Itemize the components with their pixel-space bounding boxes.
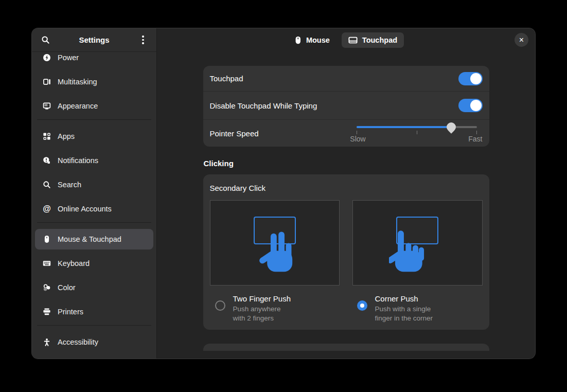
sidebar-item-multitasking[interactable]: Multitasking [35,72,153,92]
two-finger-push-illustration [210,200,340,286]
notifications-icon [42,156,51,165]
one-finger-hand-icon [389,230,430,274]
two-finger-hand-icon [259,231,298,274]
corner-push-illustration [352,200,483,286]
touchpad-page: Touchpad Disable Touchpad While Typing P… [157,51,535,359]
option-corner-push[interactable]: Corner Push Push with a single finger in… [352,294,481,323]
sidebar-item-appearance[interactable]: Appearance [35,96,153,116]
toggle-knob [470,73,482,84]
desktop: { "app": {"name": "Settings"}, "colors":… [0,0,567,392]
clicking-heading: Clicking [204,159,489,168]
touchpad-toggle[interactable] [458,72,483,85]
sidebar-item-apps[interactable]: Apps [35,126,153,147]
appearance-icon [42,102,51,110]
sidebar: Settings Power Multitasking [32,28,157,359]
slider-tick [417,131,417,134]
sidebar-item-label: Appearance [58,102,98,110]
multitasking-icon [42,78,51,86]
sidebar-item-color[interactable]: Color [35,277,153,298]
sidebar-item-label: Power [58,54,79,62]
slider-handle[interactable] [445,120,458,133]
settings-window: Settings Power Multitasking [32,28,535,359]
sidebar-item-label: Printers [58,308,83,316]
sidebar-item-accessibility[interactable]: Accessibility [35,332,153,352]
tab-touchpad[interactable]: Touchpad [342,32,404,48]
touchpad-settings-list: Touchpad Disable Touchpad While Typing P… [203,66,489,147]
sidebar-item-label: Search [58,181,81,189]
sidebar-item-label: Multitasking [58,78,97,86]
corner-push-radio[interactable] [357,300,367,311]
disable-while-typing-toggle[interactable] [458,99,483,112]
sidebar-header: Settings [32,28,156,52]
sidebar-item-mouse-touchpad[interactable]: Mouse & Touchpad [35,229,153,250]
sidebar-item-label: Notifications [58,156,98,165]
sidebar-item-label: Accessibility [58,338,98,346]
tab-label: Touchpad [362,36,397,44]
sidebar-item-label: Color [58,283,76,292]
menu-kebab-icon [142,35,144,44]
secondary-click-card: Secondary Click [203,174,489,330]
sidebar-divider [37,222,151,223]
accessibility-icon [42,338,51,346]
secondary-click-illustrations [210,200,483,286]
toggle-knob [470,100,482,111]
slider-tick [357,131,357,134]
sidebar-item-keyboard[interactable]: Keyboard [35,253,153,274]
slider-fill [357,126,452,128]
sidebar-item-notifications[interactable]: Notifications [35,150,153,171]
slider-min-label: Slow [350,135,365,143]
close-icon: × [519,36,524,44]
tab-label: Mouse [306,36,330,44]
sidebar-divider [37,325,151,326]
content-pane: Mouse Touchpad × Touchpad [157,28,535,359]
sidebar-item-label: Online Accounts [58,205,112,213]
touchpad-icon [348,36,358,44]
touchpad-row: Touchpad [203,66,489,91]
sidebar-item-search[interactable]: Search [35,174,153,195]
pointer-speed-label: Pointer Speed [210,129,357,138]
color-circles-icon [42,283,51,292]
option-description: Push with a single finger in the corner [375,305,433,323]
two-finger-push-radio[interactable] [215,300,225,311]
option-title: Two Finger Push [233,294,291,303]
search-icon [41,35,50,44]
secondary-click-options: Two Finger Push Push anywhere with 2 fin… [210,294,483,323]
at-sign-icon: @ [42,205,51,213]
device-tab-switcher: Mouse Touchpad [288,32,404,48]
next-settings-card-partial [203,344,489,351]
close-button[interactable]: × [515,33,528,47]
mouse-icon [295,36,302,44]
sidebar-divider [37,119,151,120]
sidebar-item-label: Mouse & Touchpad [58,235,121,243]
main-menu-button[interactable] [137,34,149,46]
option-two-finger-push[interactable]: Two Finger Push Push anywhere with 2 fin… [210,294,339,323]
slider-tick [476,131,477,134]
sidebar-item-printers[interactable]: Printers [35,301,153,322]
sidebar-title: Settings [51,35,137,44]
tab-mouse[interactable]: Mouse [288,32,336,48]
secondary-click-label: Secondary Click [210,184,483,192]
keyboard-icon [42,259,51,268]
pointer-speed-slider[interactable]: Slow Fast [357,120,477,147]
mouse-icon [42,235,51,243]
sidebar-item-label: Keyboard [58,259,90,268]
content-header: Mouse Touchpad × [157,28,535,51]
sidebar-nav: Power Multitasking Appearance Apps [32,47,156,359]
printer-icon [42,308,51,316]
touchpad-row-label: Touchpad [210,74,458,83]
power-icon [42,54,51,62]
option-title: Corner Push [375,294,433,303]
apps-grid-icon [42,132,51,140]
option-description: Push anywhere with 2 fingers [233,305,291,323]
disable-while-typing-label: Disable Touchpad While Typing [210,101,458,110]
pointer-speed-row: Pointer Speed Slow Fast [203,119,489,147]
disable-while-typing-row: Disable Touchpad While Typing [203,91,489,119]
sidebar-item-online-accounts[interactable]: @ Online Accounts [35,199,153,219]
sidebar-item-label: Apps [58,132,75,140]
slider-max-label: Fast [468,135,482,143]
search-icon [42,181,51,189]
search-button[interactable] [39,34,51,46]
